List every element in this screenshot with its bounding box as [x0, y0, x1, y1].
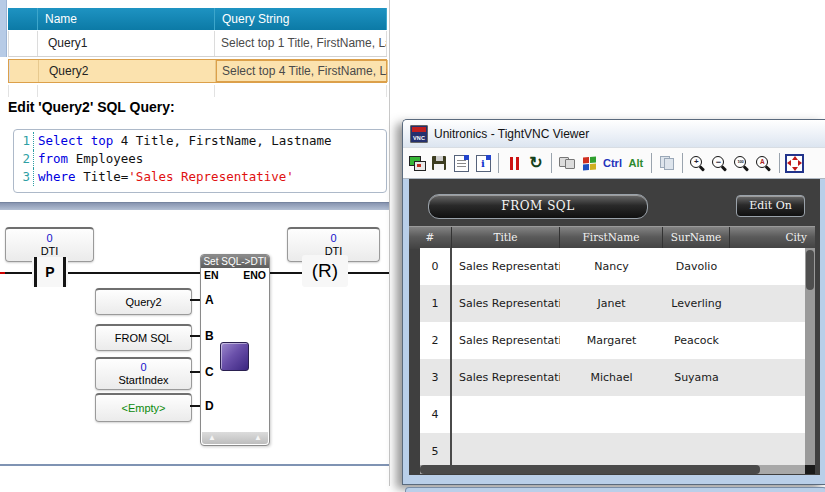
remote-table-row[interactable]: 4: [420, 396, 805, 433]
param-connector-line: [190, 405, 200, 407]
window-title: Unitronics - TightVNC Viewer: [434, 127, 589, 141]
firstname-cell: Margaret: [560, 322, 663, 359]
vertical-scrollbar[interactable]: [805, 248, 815, 465]
param-label: FROM SQL: [96, 332, 191, 345]
new-connection-icon[interactable]: [406, 151, 428, 175]
remote-column-header: City: [730, 227, 815, 249]
block-input-letter: C: [205, 365, 214, 379]
block-collapse-bar[interactable]: ▲ ▲: [202, 432, 268, 444]
send-keys-icon[interactable]: [556, 151, 578, 175]
query-table-row[interactable]: Query1Select top 1 Title, FirstName, La: [8, 31, 387, 57]
query-table: Name Query String Query1Select top 1 Tit…: [8, 8, 387, 97]
title-cell: Sales Representative: [452, 285, 560, 322]
row-index-cell: 3: [420, 359, 452, 396]
tightvnc-window: VNC Unitronics - TightVNC Viewer i↻CtrlA…: [402, 119, 825, 485]
city-cell: [730, 248, 805, 285]
param-connector-line: [190, 371, 200, 373]
column-header-query-string[interactable]: Query String: [215, 8, 387, 30]
collapse-arrow-icon[interactable]: ▲: [208, 433, 216, 443]
city-cell: [730, 433, 805, 465]
row-selector[interactable]: [9, 60, 39, 82]
query-table-row[interactable]: Query2Select top 4 Title, FirstName, La: [8, 59, 387, 83]
zoom-100-icon[interactable]: 100: [731, 151, 753, 175]
sql-block-icon: [220, 342, 249, 371]
sql-editor-title: Edit 'Query2' SQL Query:: [8, 99, 175, 115]
column-header-selector[interactable]: [8, 8, 38, 30]
copy-icon[interactable]: [656, 151, 678, 175]
column-header-name[interactable]: Name: [38, 8, 215, 30]
remote-table-row[interactable]: 3Sales RepresentativeMichaelSuyama: [420, 359, 805, 396]
screenshot-root: Name Query String Query1Select top 1 Tit…: [0, 0, 825, 492]
param-value: 0: [96, 361, 191, 374]
block-param-box-b[interactable]: FROM SQL: [95, 324, 192, 351]
row-index-cell: 1: [420, 285, 452, 322]
contact-symbol: P: [45, 264, 54, 280]
refresh-icon[interactable]: ↻: [525, 151, 547, 175]
vnc-title-bar[interactable]: VNC Unitronics - TightVNC Viewer: [403, 120, 825, 147]
row-index-cell: 5: [420, 433, 452, 465]
block-param-box-c[interactable]: 0StartIndex: [95, 357, 192, 390]
zoom-in-icon[interactable]: +: [687, 151, 709, 175]
sql-code-text: where Title='Sales Representative': [34, 168, 294, 186]
connection-info-icon[interactable]: i: [472, 151, 494, 175]
sql-code-editor[interactable]: 1Select top 4 Title, FirstName, Lastname…: [13, 129, 387, 193]
row-index-cell: 2: [420, 322, 452, 359]
pause-icon[interactable]: [503, 151, 525, 175]
from-sql-button[interactable]: FROM SQL: [428, 194, 648, 219]
remote-table-row[interactable]: 1Sales RepresentativeJanetLeverling: [420, 285, 805, 322]
ctrl-button[interactable]: Ctrl: [600, 151, 625, 175]
toolbar-separator: [779, 153, 780, 173]
ladder-rail-power-mark: [0, 272, 5, 274]
title-cell: [452, 433, 560, 465]
connection-options-icon[interactable]: [450, 151, 472, 175]
remote-table-row[interactable]: 0Sales RepresentativeNancyDavolio: [420, 248, 805, 285]
line-number: 2: [14, 150, 34, 168]
sql-code-line: 2from Employees: [14, 150, 386, 168]
rung-divider-bottom: [0, 464, 389, 466]
block-param-box-a[interactable]: Query2: [95, 288, 192, 315]
remote-screen[interactable]: FROM SQL Edit On #TitleFirstNameSurNameC…: [409, 179, 820, 475]
title-cell: Sales Representative: [452, 248, 560, 285]
firstname-cell: Janet: [560, 285, 663, 322]
surname-cell: Leverling: [663, 285, 730, 322]
horizontal-scrollbar-thumb[interactable]: [420, 465, 760, 474]
remote-column-header: SurName: [663, 227, 730, 249]
remote-table-row[interactable]: 5: [420, 433, 805, 465]
remote-table-row[interactable]: 2Sales RepresentativeMargaretPeacock: [420, 322, 805, 359]
reset-coil[interactable]: (R): [302, 255, 348, 287]
collapse-arrow-icon[interactable]: ▲: [254, 433, 262, 443]
zoom-out-icon[interactable]: −: [709, 151, 731, 175]
horizontal-scrollbar[interactable]: [420, 465, 805, 474]
line-number: 1: [14, 132, 34, 150]
vnc-toolbar: i↻CtrlAlt+−100A: [403, 147, 825, 179]
ctrl-alt-del-icon[interactable]: [578, 151, 600, 175]
save-icon[interactable]: [428, 151, 450, 175]
toolbar-separator: [651, 153, 652, 173]
block-input-letter: B: [205, 329, 214, 343]
scrollbar-corner: [805, 465, 815, 474]
alt-button[interactable]: Alt: [625, 151, 647, 175]
firstname-cell: [560, 433, 663, 465]
zoom-auto-icon[interactable]: A: [753, 151, 775, 175]
row-index-cell: 4: [420, 396, 452, 433]
param-label: Query2: [96, 296, 191, 309]
positive-transition-contact[interactable]: P: [32, 257, 68, 287]
sql-code-text: from Employees: [34, 150, 143, 168]
city-cell: [730, 359, 805, 396]
city-cell: [730, 322, 805, 359]
vertical-scrollbar-thumb[interactable]: [806, 250, 814, 290]
remote-column-header: Title: [452, 227, 560, 249]
query-name-cell: Query1: [38, 31, 215, 56]
query-string-cell: Select top 4 Title, FirstName, La: [216, 60, 388, 82]
fullscreen-icon[interactable]: [784, 151, 806, 175]
remote-table-rows: 0Sales RepresentativeNancyDavolio1Sales …: [420, 248, 805, 465]
block-input-letter: D: [205, 399, 214, 413]
vnc-window-frame: FROM SQL Edit On #TitleFirstNameSurNameC…: [403, 178, 825, 484]
query-table-header: Name Query String: [8, 8, 387, 30]
block-param-box-d[interactable]: <Empty>: [95, 393, 192, 422]
edit-on-button[interactable]: Edit On: [736, 195, 805, 217]
operand-value: 0: [6, 232, 93, 245]
row-selector[interactable]: [8, 31, 38, 56]
firstname-cell: [560, 396, 663, 433]
function-block-set-sql-dti[interactable]: Set SQL->DTI EN ENO ABCD ▲ ▲: [200, 254, 270, 446]
